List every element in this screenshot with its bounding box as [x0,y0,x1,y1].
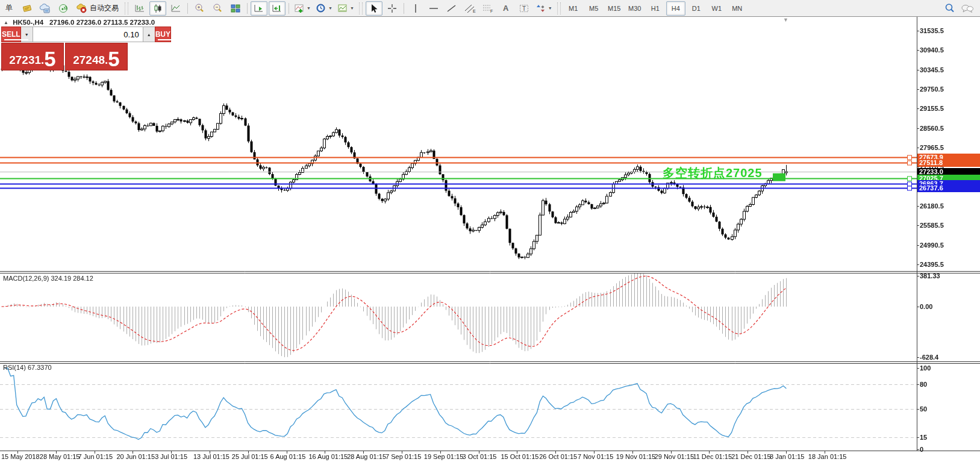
zoom-out-button[interactable] [209,1,226,16]
timeframe-d1-button[interactable]: D1 [687,1,706,16]
order-pad-icon[interactable] [19,1,36,16]
line-chart-button[interactable] [167,1,184,16]
rsi-axis-tick: 100 [920,364,931,372]
periods-button[interactable]: ▼ [314,1,334,16]
vertical-line-tool-button[interactable] [407,1,424,16]
chart-canvas[interactable] [0,0,980,462]
buy-button[interactable]: BUY [155,27,171,42]
timeframe-m30-button[interactable]: M30 [625,1,644,16]
timeframe-h1-button[interactable]: H1 [646,1,665,16]
toolbar-grip [125,2,128,14]
time-axis-label: 16 Aug 01:15 [308,453,348,460]
time-axis-label: 29 Nov 01:15 [655,453,694,460]
chart-ohlc-values: 27196.0 27236.0 27113.5 27233.0 [49,19,155,26]
candlestick-chart-button[interactable] [149,1,166,16]
macd-indicator-label: MACD(12,26,9) 324.19 284.12 [3,275,93,282]
time-axis-label: 7 Nov 01:15 [578,453,613,460]
chart-title: ▲ HK50-,H4 27196.0 27236.0 27113.5 27233… [4,19,155,26]
price-axis-tick: 25585.5 [920,222,944,229]
time-axis-label: 25 Jul 01:15 [232,453,268,460]
timeframe-mn-button[interactable]: MN [728,1,747,16]
price-axis-tick: 27965.5 [920,144,944,151]
time-axis-label: 3 Jul 01:15 [155,453,187,460]
time-axis-label: 28 Aug 01:15 [347,453,386,460]
price-axis-tick: 30345.5 [920,66,944,73]
time-axis-label: 19 Nov 01:15 [616,453,655,460]
arrows-tool-button[interactable]: ▼ [534,1,554,16]
timeframe-w1-button[interactable]: W1 [707,1,726,16]
new-order-button[interactable]: 单 [1,1,17,16]
cursor-tool-button[interactable] [366,1,382,16]
toolbar-separator [404,3,404,14]
signals-icon[interactable] [55,1,72,16]
toolbar-separator [187,3,188,14]
price-axis-tick: 28560.5 [920,125,944,132]
sell-button[interactable]: SELL [1,27,21,42]
auto-scroll-button[interactable] [251,1,267,16]
text-tool-button[interactable]: A [498,1,514,16]
price-axis-tick: 31535.5 [920,27,944,34]
price-line-label-resistance: 27511.8 [917,159,980,167]
time-axis-label: 7 Sep 01:15 [385,453,421,460]
templates-button[interactable]: ▼ [336,1,356,16]
bar-chart-button[interactable] [131,1,148,16]
time-axis-label: 13 Jul 01:15 [193,453,229,460]
macd-axis-tick: 0.00 [920,303,932,310]
time-axis-label: 21 Dec 01:15 [731,453,770,460]
buy-price-display[interactable]: 27248.5 [65,43,128,70]
chart-shift-button[interactable] [269,1,286,16]
timeframe-h4-button[interactable]: H4 [666,1,685,16]
time-axis-label: 20 Jun 01:15 [116,453,155,460]
mql-community-icon[interactable] [37,1,54,16]
search-button[interactable] [941,1,958,16]
svg-text:E: E [473,9,476,13]
autotrading-icon [76,4,88,13]
zoom-in-button[interactable] [191,1,208,16]
lot-size-input[interactable] [33,27,143,42]
indicators-button[interactable]: ▼ [292,1,313,16]
time-axis-label: 7 Jun 01:15 [78,453,113,460]
timeframe-m15-button[interactable]: M15 [605,1,624,16]
tile-windows-button[interactable] [227,1,244,16]
channel-tool-button[interactable]: E [461,1,478,16]
rsi-axis-tick: 80 [920,381,927,388]
sell-price-display[interactable]: 27231.5 [1,43,64,70]
price-line-label-support: 26737.6 [917,184,980,192]
chart-symbol-period: HK50-,H4 [13,19,43,26]
time-axis-label: 8 Jan 01:15 [770,453,805,460]
price-axis-tick: 30940.5 [920,46,944,54]
toolbar-separator [289,3,289,14]
toolbar-grip [359,2,363,14]
macd-axis-tick: 381.33 [920,272,940,279]
chart-shift-marker-icon[interactable]: ▼ [783,17,788,23]
horizontal-line-tool-button[interactable] [425,1,442,16]
time-axis-label: 15 Oct 01:15 [501,453,538,460]
lot-increase-button[interactable]: ▲ [143,27,155,42]
quote-panel-collapse-icon[interactable]: ▲ [4,20,8,25]
price-axis-tick: 24990.5 [920,242,944,249]
lot-stepper: ▼ ▲ [21,27,155,42]
price-axis-tick: 24395.5 [920,261,944,268]
rsi-axis-tick: 0 [920,446,923,453]
dropdown-arrow-icon: ▼ [548,6,552,10]
toolbar-separator [247,3,248,14]
chat-button[interactable] [959,1,976,16]
time-axis-label: 18 Jan 01:15 [808,453,847,460]
time-axis-label: 28 May 01:15 [40,453,80,460]
autotrading-button[interactable]: 自动交易 [73,1,122,16]
svg-text:T: T [522,5,526,12]
one-click-trading-panel: SELL ▼ ▲ BUY 27231.5 27248.5 [1,27,128,70]
timeframe-m1-button[interactable]: M1 [564,1,583,16]
toolbar-grip [557,2,561,14]
fibonacci-tool-button[interactable]: F [479,1,496,16]
dropdown-arrow-icon: ▼ [307,6,311,10]
timeframe-m5-button[interactable]: M5 [584,1,604,16]
time-axis-label: 15 May 2018 [1,453,40,460]
time-axis-label: 19 Sep 01:15 [424,453,463,460]
price-axis-tick: 26180.5 [920,202,944,210]
dropdown-arrow-icon: ▼ [328,6,332,10]
time-axis-label: 3 Oct 01:15 [463,453,497,460]
crosshair-tool-button[interactable] [384,1,401,16]
trendline-tool-button[interactable] [443,1,460,16]
label-tool-button[interactable]: T [516,1,532,16]
